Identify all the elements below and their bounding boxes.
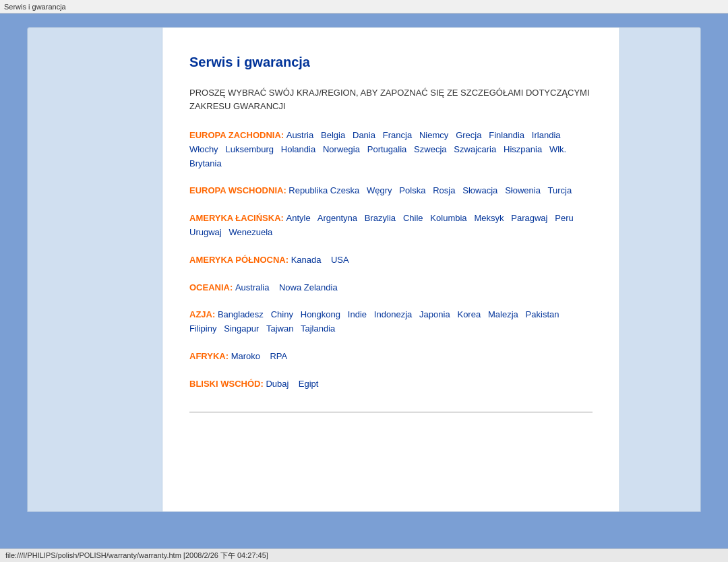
region-block-afryka: AFRYKA: Maroko RPA xyxy=(189,350,593,364)
intro-text: PROSZĘ WYBRAĆ SWÓJ KRAJ/REGION, ABY ZAPO… xyxy=(189,86,593,113)
regions-list: EUROPA ZACHODNIA: Austria Belgia Dania F… xyxy=(189,129,593,392)
region-countries-bliski-wschod: Dubaj Egipt xyxy=(266,379,318,389)
region-block-bliski-wschod: BLISKI WSCHÓD: Dubaj Egipt xyxy=(189,377,593,392)
status-bar: file:///I/PHILIPS/polish/POLISH/warranty… xyxy=(0,549,728,562)
region-countries-azja: Bangladesz Chiny Hongkong Indie Indonezj… xyxy=(189,309,564,334)
region-countries-afryka: Maroko RPA xyxy=(231,351,288,361)
divider xyxy=(189,412,593,412)
region-label-europa-zachodnia: EUROPA ZACHODNIA: xyxy=(189,130,286,140)
browser-outer: Serwis i gwarancja PROSZĘ WYBRAĆ SWÓJ KR… xyxy=(0,13,728,512)
region-label-bliski-wschod: BLISKI WSCHÓD: xyxy=(189,379,266,389)
region-label-ameryka-polnocna: AMERYKA PÓŁNOCNA: xyxy=(189,255,291,265)
region-block-ameryka-polnocna: AMERYKA PÓŁNOCNA: Kanada USA xyxy=(189,253,593,268)
main-content: Serwis i gwarancja PROSZĘ WYBRAĆ SWÓJ KR… xyxy=(162,28,619,511)
status-bar-text: file:///I/PHILIPS/polish/POLISH/warranty… xyxy=(5,551,268,561)
sidebar-left xyxy=(28,28,162,511)
region-countries-ameryka-polnocna: Kanada USA xyxy=(291,255,349,265)
region-label-europa-wschodnia: EUROPA WSCHODNIA: xyxy=(189,185,289,195)
region-block-europa-wschodnia: EUROPA WSCHODNIA: Republika Czeska Węgry… xyxy=(189,184,593,198)
region-countries-europa-wschodnia: Republika Czeska Węgry Polska Rosja Słow… xyxy=(289,185,572,195)
region-label-oceania: OCEANIA: xyxy=(189,282,235,292)
title-bar: Serwis i gwarancja xyxy=(0,0,728,13)
region-block-europa-zachodnia: EUROPA ZACHODNIA: Austria Belgia Dania F… xyxy=(189,129,593,170)
region-label-ameryka-lacinska: AMERYKA ŁACIŃSKA: xyxy=(189,213,286,223)
region-label-afryka: AFRYKA: xyxy=(189,351,231,361)
page-title: Serwis i gwarancja xyxy=(189,55,593,70)
browser-frame: Serwis i gwarancja PROSZĘ WYBRAĆ SWÓJ KR… xyxy=(27,27,701,512)
sidebar-right xyxy=(619,28,700,511)
region-countries-oceania: Australia Nowa Zelandia xyxy=(235,282,338,292)
region-label-azja: AZJA: xyxy=(189,309,218,319)
region-block-ameryka-lacinska: AMERYKA ŁACIŃSKA: Antyle Argentyna Brazy… xyxy=(189,212,593,240)
title-bar-text: Serwis i gwarancja xyxy=(4,3,66,11)
region-block-oceania: OCEANIA: Australia Nowa Zelandia xyxy=(189,281,593,295)
region-block-azja: AZJA: Bangladesz Chiny Hongkong Indie In… xyxy=(189,308,593,336)
